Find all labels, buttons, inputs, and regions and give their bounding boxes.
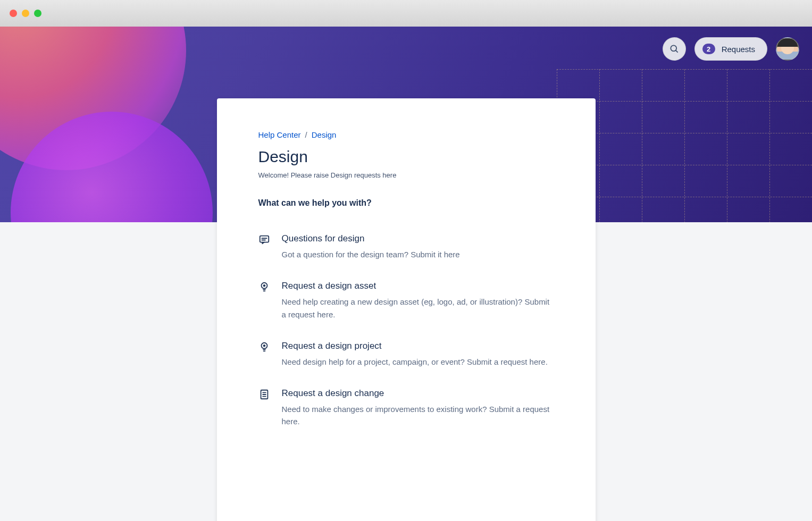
breadcrumb: Help Center / Design (258, 130, 554, 139)
svg-point-0 (671, 45, 676, 51)
document-icon (258, 389, 270, 400)
lightbulb-icon (258, 281, 270, 293)
section-heading: What can we help you with? (258, 198, 554, 208)
request-item-questions[interactable]: Questions for design Got a question for … (258, 233, 554, 260)
request-item-change[interactable]: Request a design change Need to make cha… (258, 388, 554, 428)
search-icon (669, 44, 680, 54)
requests-label: Requests (722, 45, 755, 54)
request-title: Request a design project (282, 341, 554, 351)
window-minimize-button[interactable] (22, 10, 29, 17)
svg-rect-2 (259, 236, 269, 242)
request-item-asset[interactable]: Request a design asset Need help creatin… (258, 281, 554, 321)
request-description: Need help creating a new design asset (e… (282, 296, 554, 321)
request-description: Got a question for the design team? Subm… (282, 248, 554, 260)
search-button[interactable] (663, 37, 686, 61)
request-description: Need design help for a project, campaign… (282, 356, 554, 368)
svg-point-6 (263, 285, 265, 287)
svg-point-10 (263, 345, 265, 347)
requests-button[interactable]: 2 Requests (694, 37, 767, 61)
main-card: Help Center / Design Design Welcome! Ple… (217, 98, 596, 521)
breadcrumb-separator: / (305, 130, 307, 139)
window-close-button[interactable] (10, 10, 17, 17)
request-description: Need to make changes or improvements to … (282, 403, 554, 428)
breadcrumb-root-link[interactable]: Help Center (258, 130, 301, 139)
page-subtitle: Welcome! Please raise Design requests he… (258, 171, 554, 179)
request-item-project[interactable]: Request a design project Need design hel… (258, 341, 554, 368)
request-list: Questions for design Got a question for … (258, 233, 554, 428)
svg-line-1 (675, 51, 677, 53)
window-titlebar (0, 0, 812, 27)
page-title: Design (258, 148, 554, 166)
request-title: Request a design change (282, 388, 554, 399)
user-avatar[interactable] (776, 37, 799, 61)
lightbulb-icon (258, 341, 270, 353)
chat-icon (258, 234, 270, 246)
request-title: Request a design asset (282, 281, 554, 291)
requests-count-badge: 2 (702, 44, 715, 54)
window-maximize-button[interactable] (34, 10, 41, 17)
breadcrumb-current-link[interactable]: Design (312, 130, 337, 139)
request-title: Questions for design (282, 233, 554, 244)
